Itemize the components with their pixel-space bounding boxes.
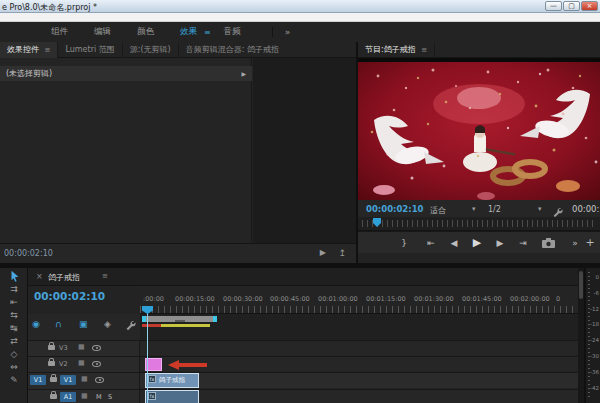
effect-controls-statusbar: 00:00:02:10 ▶ ↥ (0, 243, 356, 263)
audio-meter-ticks (588, 272, 590, 398)
timeline-panel: × 鸽子戒指 ≡ 00:00:02:10 :00:00 00:00:15:00 … (28, 268, 578, 403)
clip-audio-doves[interactable]: fx (145, 390, 199, 403)
track-a1-content[interactable] (140, 390, 578, 403)
timeline-ruler[interactable]: :00:00 00:00:15:00 00:00:30:00 00:00:45:… (140, 286, 578, 314)
ruler-tick-label: 00:01:15:00 (366, 295, 406, 303)
go-to-out-button[interactable]: ⇥ (516, 232, 530, 254)
timeline-playhead-line[interactable] (147, 306, 148, 403)
sync-lock-icon[interactable]: ▦ (81, 392, 88, 400)
ruler-tick-label: 00:00:30:00 (223, 295, 263, 303)
work-area-grip[interactable] (175, 320, 185, 322)
solo-button[interactable]: S (108, 393, 112, 401)
sync-lock-icon[interactable]: ▦ (78, 343, 85, 351)
track-output-eye-icon[interactable] (92, 361, 101, 367)
play-around-icon[interactable]: ▶ (320, 248, 326, 257)
source-patch-badge-v1[interactable]: V1 (30, 375, 46, 385)
no-clip-selected-row: (未选择剪辑) ▶ (0, 66, 252, 81)
linked-selection-icon[interactable]: ▣ (79, 319, 88, 329)
program-panel-menu-icon[interactable]: ≡ (421, 46, 427, 54)
sync-lock-icon[interactable]: ▦ (81, 375, 88, 383)
track-output-eye-icon[interactable] (92, 345, 101, 351)
workspace-tab-assembly[interactable]: 组件 (38, 26, 81, 38)
minimize-button[interactable]: — (545, 1, 562, 11)
track-v2: V2 ▦ (28, 356, 578, 371)
maximize-button[interactable]: ▢ (563, 1, 580, 11)
ruler-tick-label: 00:01:30:00 (414, 295, 454, 303)
playback-resolution-dropdown[interactable]: 1/2 (488, 205, 501, 214)
export-icon[interactable]: ↥ (338, 248, 346, 258)
track-target-badge-v1[interactable]: V1 (60, 375, 76, 385)
play-button[interactable]: ▶ (471, 232, 483, 254)
workspace-tab-audio[interactable]: 音频 (211, 26, 254, 38)
ruler-tick-label: :00:00 (143, 295, 164, 303)
rate-stretch-tool[interactable]: ↹ (0, 322, 28, 335)
timeline-settings-wrench-icon[interactable] (125, 320, 136, 333)
add-button[interactable]: + (584, 232, 596, 254)
menu-strip (0, 13, 600, 22)
meter-db-label: -30 (590, 353, 599, 359)
add-marker-icon[interactable]: ◈ (104, 319, 111, 329)
effect-controls-timecode[interactable]: 00:00:02:10 (4, 249, 53, 258)
transport-more-icon[interactable]: » (569, 232, 581, 254)
workspace-overflow-icon[interactable]: » (272, 27, 291, 37)
work-area-bar[interactable] (142, 316, 217, 322)
track-v1-content[interactable] (140, 373, 578, 388)
workspace-tab-color[interactable]: 颜色 (124, 26, 167, 38)
track-target-badge-a1[interactable]: A1 (60, 392, 76, 402)
pen-tool[interactable]: ✎ (0, 374, 28, 387)
export-frame-icon[interactable] (541, 232, 555, 254)
window-title: e Pro\8.0\未命名.prproj * (2, 2, 97, 13)
tab-program-monitor[interactable]: 节目:鸽子戒指 ≡ (358, 42, 435, 58)
lock-icon[interactable] (48, 361, 55, 366)
program-timecode[interactable]: 00:00:02:10 (366, 204, 424, 214)
slip-tool[interactable]: ⇄ (0, 335, 28, 348)
work-area-row (140, 314, 578, 340)
workspace-menu-icon[interactable]: ≡ (204, 28, 211, 37)
lock-icon[interactable] (50, 377, 57, 382)
add-marker-button[interactable]: } (398, 232, 410, 254)
settings-wrench-icon[interactable] (552, 203, 563, 217)
timeline-vertical-scrollbar[interactable] (578, 268, 584, 403)
timeline-tab-label[interactable]: 鸽子戒指 (48, 272, 80, 283)
effect-controls-parameter-column: (未选择剪辑) ▶ (0, 58, 252, 243)
track-output-eye-icon[interactable] (95, 377, 104, 383)
track-select-tool[interactable]: ⇉ (0, 283, 28, 296)
step-back-button[interactable]: ◀ (448, 232, 460, 254)
chevron-down-icon[interactable]: ▾ (472, 205, 476, 213)
panel-menu-icon[interactable]: ≡ (45, 46, 51, 54)
fx-badge: fx (148, 375, 156, 383)
tab-effect-controls[interactable]: 效果控件 ≡ (0, 42, 58, 58)
tab-audio-clip-mixer[interactable]: 音频剪辑混合器: 鸽子戒指 (179, 42, 286, 58)
track-v3: V3 ▦ (28, 340, 578, 355)
track-v1: V1 V1 ▦ fx 鸽子戒指 (28, 372, 578, 388)
mute-button[interactable]: M (96, 393, 102, 401)
close-tab-icon[interactable]: × (36, 272, 43, 281)
timeline-timecode[interactable]: 00:00:02:10 (34, 290, 105, 302)
clip-video-doves[interactable]: fx 鸽子戒指 (145, 373, 199, 388)
go-to-in-button[interactable]: ⇤ (424, 232, 438, 254)
close-button[interactable]: × (581, 1, 598, 11)
snap-magnet-icon[interactable]: ∩ (55, 319, 62, 329)
lock-icon[interactable] (48, 345, 55, 350)
tab-lumetri-scopes[interactable]: Lumetri 范围 (58, 42, 122, 58)
nest-toggle-icon[interactable]: ◉ (32, 319, 40, 329)
tab-source-monitor[interactable]: 源:(无剪辑) (123, 42, 179, 58)
window-titlebar[interactable]: e Pro\8.0\未命名.prproj * — ▢ × (0, 0, 600, 13)
program-transport-bar: } ⇤ ◀ ▶ ▶ ⇥ » + (358, 231, 600, 253)
fit-dropdown[interactable]: 适合 (430, 205, 446, 216)
twirl-arrow-icon[interactable]: ▶ (241, 66, 246, 81)
scrollbar-thumb[interactable] (579, 271, 583, 299)
razor-tool[interactable]: ◇ (0, 348, 28, 361)
rolling-edit-tool[interactable]: ⇆ (0, 309, 28, 322)
selection-tool[interactable] (0, 269, 28, 282)
program-scrubber[interactable] (358, 217, 600, 231)
slide-tool[interactable]: ⇔ (0, 361, 28, 374)
workspace-tab-editing[interactable]: 编辑 (81, 26, 124, 38)
ripple-edit-tool[interactable]: ⇤ (0, 296, 28, 309)
track-v3-content[interactable] (140, 341, 578, 355)
sync-lock-icon[interactable]: ▦ (78, 359, 85, 367)
step-forward-button[interactable]: ▶ (494, 232, 506, 254)
lock-icon[interactable] (50, 394, 57, 399)
timeline-menu-icon[interactable]: ≡ (102, 272, 108, 280)
chevron-down-icon[interactable]: ▾ (538, 205, 542, 213)
